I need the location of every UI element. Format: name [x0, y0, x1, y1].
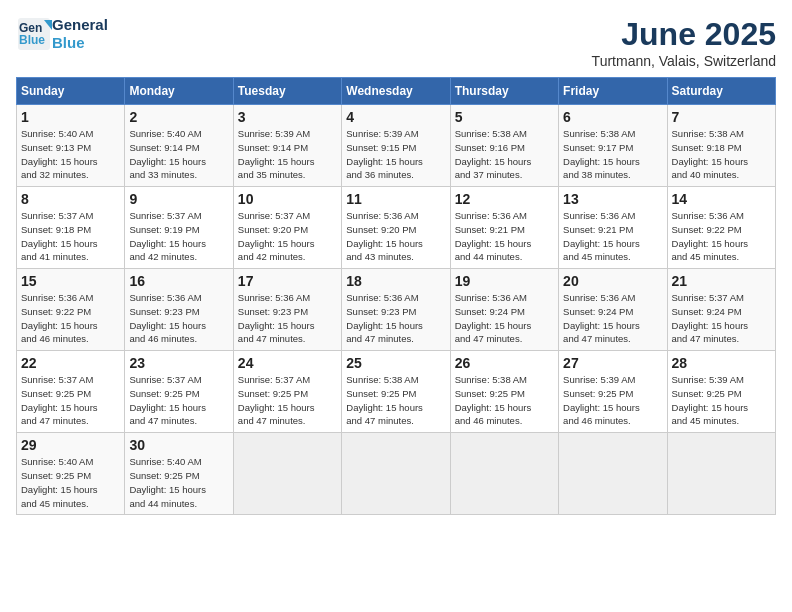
- calendar-cell-1: 1Sunrise: 5:40 AM Sunset: 9:13 PM Daylig…: [17, 105, 125, 187]
- calendar-title: June 2025: [592, 16, 776, 53]
- calendar-cell-2: 2Sunrise: 5:40 AM Sunset: 9:14 PM Daylig…: [125, 105, 233, 187]
- calendar-cell-12: 12Sunrise: 5:36 AM Sunset: 9:21 PM Dayli…: [450, 187, 558, 269]
- calendar-cell-29: 29Sunrise: 5:40 AM Sunset: 9:25 PM Dayli…: [17, 433, 125, 515]
- calendar-cell-empty: [233, 433, 341, 515]
- calendar-table: SundayMondayTuesdayWednesdayThursdayFrid…: [16, 77, 776, 515]
- calendar-cell-26: 26Sunrise: 5:38 AM Sunset: 9:25 PM Dayli…: [450, 351, 558, 433]
- header-cell-saturday: Saturday: [667, 78, 775, 105]
- calendar-cell-27: 27Sunrise: 5:39 AM Sunset: 9:25 PM Dayli…: [559, 351, 667, 433]
- calendar-cell-6: 6Sunrise: 5:38 AM Sunset: 9:17 PM Daylig…: [559, 105, 667, 187]
- calendar-cell-7: 7Sunrise: 5:38 AM Sunset: 9:18 PM Daylig…: [667, 105, 775, 187]
- logo-name-line1: General: [52, 16, 108, 34]
- calendar-cell-22: 22Sunrise: 5:37 AM Sunset: 9:25 PM Dayli…: [17, 351, 125, 433]
- calendar-cell-28: 28Sunrise: 5:39 AM Sunset: 9:25 PM Dayli…: [667, 351, 775, 433]
- calendar-cell-3: 3Sunrise: 5:39 AM Sunset: 9:14 PM Daylig…: [233, 105, 341, 187]
- title-block: June 2025 Turtmann, Valais, Switzerland: [592, 16, 776, 69]
- calendar-cell-14: 14Sunrise: 5:36 AM Sunset: 9:22 PM Dayli…: [667, 187, 775, 269]
- header-cell-monday: Monday: [125, 78, 233, 105]
- calendar-cell-9: 9Sunrise: 5:37 AM Sunset: 9:19 PM Daylig…: [125, 187, 233, 269]
- calendar-cell-10: 10Sunrise: 5:37 AM Sunset: 9:20 PM Dayli…: [233, 187, 341, 269]
- logo-icon: Gen Blue: [16, 16, 52, 52]
- header-cell-wednesday: Wednesday: [342, 78, 450, 105]
- header-cell-thursday: Thursday: [450, 78, 558, 105]
- calendar-subtitle: Turtmann, Valais, Switzerland: [592, 53, 776, 69]
- calendar-cell-16: 16Sunrise: 5:36 AM Sunset: 9:23 PM Dayli…: [125, 269, 233, 351]
- header: Gen Blue General Blue June 2025 Turtmann…: [16, 16, 776, 69]
- calendar-cell-empty: [342, 433, 450, 515]
- header-cell-friday: Friday: [559, 78, 667, 105]
- calendar-cell-15: 15Sunrise: 5:36 AM Sunset: 9:22 PM Dayli…: [17, 269, 125, 351]
- calendar-cell-13: 13Sunrise: 5:36 AM Sunset: 9:21 PM Dayli…: [559, 187, 667, 269]
- calendar-cell-11: 11Sunrise: 5:36 AM Sunset: 9:20 PM Dayli…: [342, 187, 450, 269]
- calendar-cell-18: 18Sunrise: 5:36 AM Sunset: 9:23 PM Dayli…: [342, 269, 450, 351]
- header-cell-sunday: Sunday: [17, 78, 125, 105]
- calendar-cell-20: 20Sunrise: 5:36 AM Sunset: 9:24 PM Dayli…: [559, 269, 667, 351]
- calendar-cell-5: 5Sunrise: 5:38 AM Sunset: 9:16 PM Daylig…: [450, 105, 558, 187]
- calendar-week-4: 22Sunrise: 5:37 AM Sunset: 9:25 PM Dayli…: [17, 351, 776, 433]
- svg-text:Blue: Blue: [19, 33, 45, 47]
- calendar-cell-30: 30Sunrise: 5:40 AM Sunset: 9:25 PM Dayli…: [125, 433, 233, 515]
- calendar-week-1: 1Sunrise: 5:40 AM Sunset: 9:13 PM Daylig…: [17, 105, 776, 187]
- header-row: SundayMondayTuesdayWednesdayThursdayFrid…: [17, 78, 776, 105]
- calendar-week-2: 8Sunrise: 5:37 AM Sunset: 9:18 PM Daylig…: [17, 187, 776, 269]
- calendar-cell-19: 19Sunrise: 5:36 AM Sunset: 9:24 PM Dayli…: [450, 269, 558, 351]
- calendar-cell-empty: [450, 433, 558, 515]
- calendar-cell-23: 23Sunrise: 5:37 AM Sunset: 9:25 PM Dayli…: [125, 351, 233, 433]
- logo: Gen Blue General Blue: [16, 16, 108, 52]
- calendar-cell-empty: [667, 433, 775, 515]
- calendar-cell-empty: [559, 433, 667, 515]
- calendar-week-5: 29Sunrise: 5:40 AM Sunset: 9:25 PM Dayli…: [17, 433, 776, 515]
- calendar-cell-24: 24Sunrise: 5:37 AM Sunset: 9:25 PM Dayli…: [233, 351, 341, 433]
- calendar-cell-8: 8Sunrise: 5:37 AM Sunset: 9:18 PM Daylig…: [17, 187, 125, 269]
- calendar-cell-21: 21Sunrise: 5:37 AM Sunset: 9:24 PM Dayli…: [667, 269, 775, 351]
- header-cell-tuesday: Tuesday: [233, 78, 341, 105]
- logo-name-line2: Blue: [52, 34, 108, 52]
- calendar-week-3: 15Sunrise: 5:36 AM Sunset: 9:22 PM Dayli…: [17, 269, 776, 351]
- calendar-cell-4: 4Sunrise: 5:39 AM Sunset: 9:15 PM Daylig…: [342, 105, 450, 187]
- calendar-cell-17: 17Sunrise: 5:36 AM Sunset: 9:23 PM Dayli…: [233, 269, 341, 351]
- calendar-cell-25: 25Sunrise: 5:38 AM Sunset: 9:25 PM Dayli…: [342, 351, 450, 433]
